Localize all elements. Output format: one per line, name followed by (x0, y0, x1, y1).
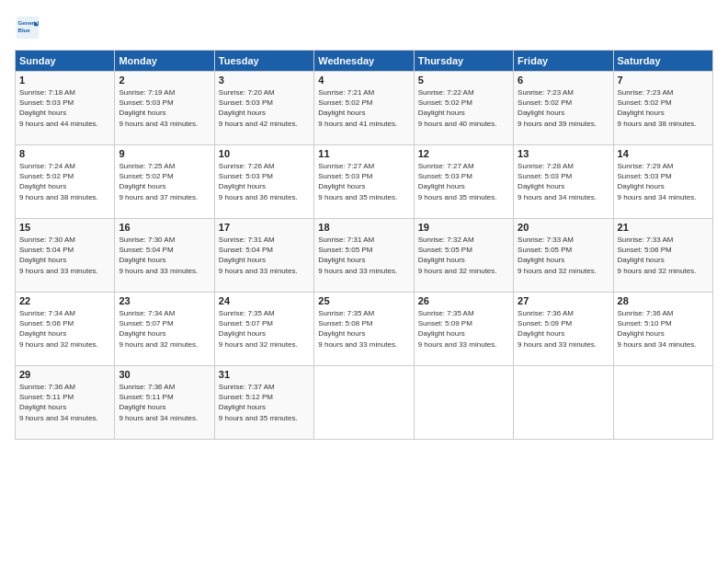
day-number: 14 (618, 148, 709, 159)
day-number: 29 (19, 369, 110, 380)
header: General Blue (15, 15, 713, 40)
day-number: 27 (518, 295, 609, 306)
cell-info: Sunrise: 7:37 AMSunset: 5:12 PMDaylight … (219, 383, 298, 422)
cell-info: Sunrise: 7:36 AMSunset: 5:09 PMDaylight … (518, 309, 597, 349)
cell-info: Sunrise: 7:35 AMSunset: 5:08 PMDaylight … (318, 309, 397, 349)
cell-info: Sunrise: 7:32 AMSunset: 5:05 PMDaylight … (418, 236, 497, 275)
calendar-cell: 1 Sunrise: 7:18 AMSunset: 5:03 PMDayligh… (16, 72, 115, 145)
cell-info: Sunrise: 7:21 AMSunset: 5:02 PMDaylight … (318, 88, 397, 128)
day-number: 8 (19, 148, 110, 159)
day-number: 4 (318, 75, 409, 86)
cell-info: Sunrise: 7:27 AMSunset: 5:03 PMDaylight … (418, 162, 497, 201)
cell-info: Sunrise: 7:31 AMSunset: 5:04 PMDaylight … (219, 236, 298, 275)
col-header-sunday: Sunday (16, 51, 115, 72)
calendar-cell: 8 Sunrise: 7:24 AMSunset: 5:02 PMDayligh… (16, 145, 115, 219)
calendar-cell: 6 Sunrise: 7:23 AMSunset: 5:02 PMDayligh… (514, 72, 613, 145)
day-number: 9 (119, 148, 210, 159)
cell-info: Sunrise: 7:36 AMSunset: 5:11 PMDaylight … (119, 383, 198, 422)
cell-info: Sunrise: 7:34 AMSunset: 5:07 PMDaylight … (119, 309, 198, 349)
cell-info: Sunrise: 7:25 AMSunset: 5:02 PMDaylight … (119, 162, 198, 201)
cell-info: Sunrise: 7:35 AMSunset: 5:09 PMDaylight … (418, 309, 497, 349)
calendar-cell: 15 Sunrise: 7:30 AMSunset: 5:04 PMDaylig… (16, 219, 115, 293)
calendar-cell: 21 Sunrise: 7:33 AMSunset: 5:06 PMDaylig… (613, 219, 712, 293)
calendar-cell: 9 Sunrise: 7:25 AMSunset: 5:02 PMDayligh… (115, 145, 214, 219)
calendar-week-row: 1 Sunrise: 7:18 AMSunset: 5:03 PMDayligh… (16, 72, 713, 145)
calendar-cell: 5 Sunrise: 7:22 AMSunset: 5:02 PMDayligh… (414, 72, 513, 145)
day-number: 6 (518, 75, 609, 86)
col-header-wednesday: Wednesday (314, 51, 414, 72)
calendar-cell: 13 Sunrise: 7:28 AMSunset: 5:03 PMDaylig… (514, 145, 613, 219)
calendar-cell: 4 Sunrise: 7:21 AMSunset: 5:02 PMDayligh… (314, 72, 414, 145)
day-number: 20 (518, 222, 609, 233)
calendar-cell: 31 Sunrise: 7:37 AMSunset: 5:12 PMDaylig… (214, 366, 313, 440)
cell-info: Sunrise: 7:33 AMSunset: 5:06 PMDaylight … (618, 236, 697, 275)
day-number: 24 (219, 295, 310, 306)
col-header-monday: Monday (115, 51, 214, 72)
cell-info: Sunrise: 7:31 AMSunset: 5:05 PMDaylight … (318, 236, 397, 275)
day-number: 13 (518, 148, 609, 159)
calendar-cell: 17 Sunrise: 7:31 AMSunset: 5:04 PMDaylig… (214, 219, 313, 293)
day-number: 2 (119, 75, 210, 86)
day-number: 23 (119, 295, 210, 306)
calendar-week-row: 15 Sunrise: 7:30 AMSunset: 5:04 PMDaylig… (16, 219, 713, 293)
col-header-tuesday: Tuesday (214, 51, 313, 72)
calendar-cell (314, 366, 414, 440)
cell-info: Sunrise: 7:30 AMSunset: 5:04 PMDaylight … (19, 236, 98, 275)
calendar-cell: 11 Sunrise: 7:27 AMSunset: 5:03 PMDaylig… (314, 145, 414, 219)
cell-info: Sunrise: 7:18 AMSunset: 5:03 PMDaylight … (19, 88, 98, 128)
calendar-cell: 10 Sunrise: 7:26 AMSunset: 5:03 PMDaylig… (214, 145, 313, 219)
calendar-cell: 16 Sunrise: 7:30 AMSunset: 5:04 PMDaylig… (115, 219, 214, 293)
calendar-cell: 12 Sunrise: 7:27 AMSunset: 5:03 PMDaylig… (414, 145, 513, 219)
calendar-cell: 18 Sunrise: 7:31 AMSunset: 5:05 PMDaylig… (314, 219, 414, 293)
day-number: 15 (19, 222, 110, 233)
day-number: 25 (318, 295, 409, 306)
day-number: 31 (219, 369, 310, 380)
logo-icon: General Blue (15, 15, 40, 40)
day-number: 3 (219, 75, 310, 86)
calendar-cell: 29 Sunrise: 7:36 AMSunset: 5:11 PMDaylig… (16, 366, 115, 440)
day-number: 16 (119, 222, 210, 233)
day-number: 7 (618, 75, 709, 86)
col-header-thursday: Thursday (414, 51, 513, 72)
calendar-week-row: 22 Sunrise: 7:34 AMSunset: 5:06 PMDaylig… (16, 293, 713, 366)
calendar-table: SundayMondayTuesdayWednesdayThursdayFrid… (15, 50, 713, 440)
calendar-cell: 7 Sunrise: 7:23 AMSunset: 5:02 PMDayligh… (613, 72, 712, 145)
page-container: General Blue SundayMondayTuesdayWednesda… (0, 0, 728, 449)
calendar-cell: 26 Sunrise: 7:35 AMSunset: 5:09 PMDaylig… (414, 293, 513, 366)
calendar-cell: 24 Sunrise: 7:35 AMSunset: 5:07 PMDaylig… (214, 293, 313, 366)
calendar-cell: 14 Sunrise: 7:29 AMSunset: 5:03 PMDaylig… (613, 145, 712, 219)
day-number: 5 (418, 75, 509, 86)
col-header-friday: Friday (514, 51, 613, 72)
cell-info: Sunrise: 7:20 AMSunset: 5:03 PMDaylight … (219, 88, 298, 128)
cell-info: Sunrise: 7:22 AMSunset: 5:02 PMDaylight … (418, 88, 497, 128)
cell-info: Sunrise: 7:36 AMSunset: 5:11 PMDaylight … (19, 383, 98, 422)
calendar-cell: 22 Sunrise: 7:34 AMSunset: 5:06 PMDaylig… (16, 293, 115, 366)
cell-info: Sunrise: 7:29 AMSunset: 5:03 PMDaylight … (618, 162, 697, 201)
calendar-cell (414, 366, 513, 440)
calendar-cell: 28 Sunrise: 7:36 AMSunset: 5:10 PMDaylig… (613, 293, 712, 366)
calendar-cell: 27 Sunrise: 7:36 AMSunset: 5:09 PMDaylig… (514, 293, 613, 366)
cell-info: Sunrise: 7:34 AMSunset: 5:06 PMDaylight … (19, 309, 98, 349)
day-number: 17 (219, 222, 310, 233)
cell-info: Sunrise: 7:23 AMSunset: 5:02 PMDaylight … (518, 88, 597, 128)
calendar-week-row: 8 Sunrise: 7:24 AMSunset: 5:02 PMDayligh… (16, 145, 713, 219)
day-number: 26 (418, 295, 509, 306)
day-number: 12 (418, 148, 509, 159)
cell-info: Sunrise: 7:36 AMSunset: 5:10 PMDaylight … (618, 309, 697, 349)
day-number: 19 (418, 222, 509, 233)
day-number: 11 (318, 148, 409, 159)
day-number: 10 (219, 148, 310, 159)
col-header-saturday: Saturday (613, 51, 712, 72)
day-number: 22 (19, 295, 110, 306)
day-number: 30 (119, 369, 210, 380)
day-number: 21 (618, 222, 709, 233)
svg-text:Blue: Blue (18, 27, 31, 33)
cell-info: Sunrise: 7:35 AMSunset: 5:07 PMDaylight … (219, 309, 298, 349)
day-number: 18 (318, 222, 409, 233)
cell-info: Sunrise: 7:28 AMSunset: 5:03 PMDaylight … (518, 162, 597, 201)
day-number: 1 (19, 75, 110, 86)
cell-info: Sunrise: 7:33 AMSunset: 5:05 PMDaylight … (518, 236, 597, 275)
day-number: 28 (618, 295, 709, 306)
calendar-cell (613, 366, 712, 440)
calendar-body: 1 Sunrise: 7:18 AMSunset: 5:03 PMDayligh… (16, 72, 713, 440)
